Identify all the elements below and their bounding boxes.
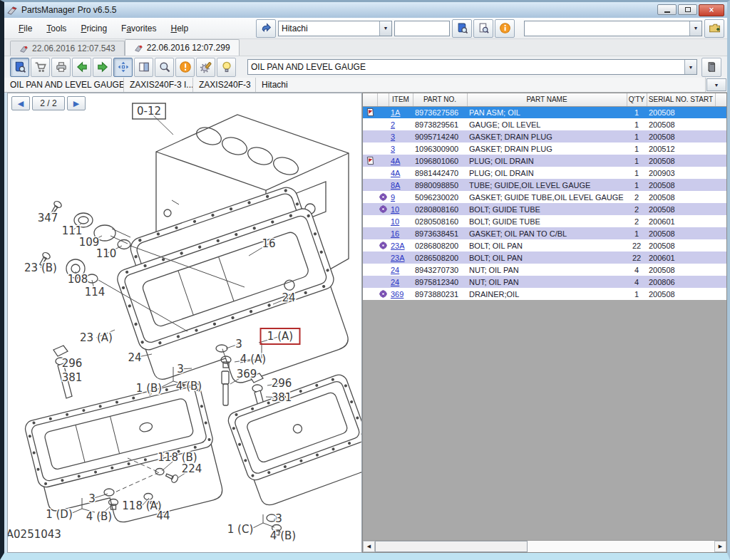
breadcrumb-cell[interactable]: ZAXIS240F-3 <box>193 78 256 92</box>
diagram-label[interactable]: 118 (A) <box>122 499 161 512</box>
menu-tools[interactable]: Tools <box>39 21 73 36</box>
scroll-track[interactable] <box>375 541 714 552</box>
diagram-label[interactable]: 0-12 <box>137 105 161 118</box>
table-row[interactable]: 100280508160BOLT; GUIDE TUBE2200601 <box>363 215 726 227</box>
table-row[interactable]: 23A0286508200BOLT; OIL PAN22200601 <box>363 252 726 264</box>
item-link[interactable]: 4A <box>391 157 400 165</box>
diagram-label[interactable]: 296 <box>62 357 83 370</box>
item-link[interactable]: 23A <box>391 254 405 262</box>
diagram-label[interactable]: 3 <box>177 363 184 375</box>
preview-search-button[interactable] <box>473 19 493 38</box>
folder-add-button[interactable] <box>704 19 724 38</box>
next-page-button[interactable]: ▶ <box>67 96 86 110</box>
table-row[interactable]: 3698973880231DRAINER;OIL1200508 <box>363 288 726 300</box>
item-link[interactable]: 24 <box>391 266 399 274</box>
column-header[interactable]: Q'TY <box>627 93 647 106</box>
column-header[interactable]: PART NO. <box>413 93 467 106</box>
menu-favorites[interactable]: Favorites <box>114 21 163 36</box>
item-link[interactable]: 2 <box>391 120 395 129</box>
diagram-label[interactable]: 4 (B) <box>86 510 112 523</box>
alert-button[interactable] <box>175 58 195 77</box>
cart-button[interactable] <box>31 58 50 77</box>
table-row[interactable]: 23A0286808200BOLT; OIL PAN22200508 <box>363 239 726 252</box>
zoom-doc-button[interactable] <box>155 58 174 77</box>
bulb-button[interactable] <box>217 58 236 77</box>
diagram-label[interactable]: 3 <box>275 512 282 525</box>
diagram-label[interactable]: 347 <box>38 212 58 224</box>
table-row[interactable]: 4A8981442470PLUG; OIL DRAIN1200903 <box>363 167 726 179</box>
table-row[interactable]: 1A8973627586PAN ASM; OIL1200508 <box>363 106 726 118</box>
minimize-button[interactable] <box>657 4 677 15</box>
table-row[interactable]: 4A1096801060PLUG; OIL DRAIN1200508 <box>363 155 726 167</box>
fit-view-button[interactable] <box>113 58 133 77</box>
diagram-label[interactable]: 3 <box>88 492 96 505</box>
catalog-back-button[interactable] <box>256 19 276 38</box>
diagram-label[interactable]: 1 (C) <box>227 523 254 536</box>
page-indicator[interactable]: 2 / 2 <box>32 96 65 110</box>
breadcrumb-cell[interactable]: Hitachi <box>256 78 706 92</box>
item-link[interactable]: 9 <box>391 193 395 202</box>
diagram-label[interactable]: 381 <box>272 391 292 404</box>
diagram-label[interactable]: 110 <box>96 247 117 260</box>
item-link[interactable]: 3 <box>391 145 395 153</box>
diagram-label[interactable]: 224 <box>182 462 202 475</box>
info-button[interactable] <box>495 19 515 38</box>
diagram-label[interactable]: 4 (A) <box>240 353 266 365</box>
table-row[interactable]: 28973829561GAUGE; OIL LEVEL1200508 <box>363 118 726 130</box>
diagram-label[interactable]: 296 <box>272 377 292 390</box>
parts-diagram[interactable]: 0-1234711110911023 (B)108114162423 (A)24… <box>8 93 361 552</box>
table-row[interactable]: 248943270730NUT; OIL PAN4200508 <box>363 264 726 276</box>
item-link[interactable]: 8A <box>391 181 400 190</box>
breadcrumb-dropdown-button[interactable]: ▼ <box>706 78 726 91</box>
section-select[interactable]: OIL PAN AND LEVEL GAUGE ▼ <box>247 59 697 75</box>
diagram-label[interactable]: 1 (D) <box>46 508 73 521</box>
diagram-label[interactable]: 44 <box>156 509 170 522</box>
prev-page-button[interactable]: ◀ <box>11 96 30 110</box>
table-row[interactable]: 168973638451GASKET; OIL PAN TO C/BL12005… <box>363 227 726 239</box>
model-select[interactable]: ▼ <box>524 21 702 36</box>
diagram-label[interactable]: 24 <box>282 291 295 304</box>
table-row[interactable]: 248975812340NUT; OIL PAN4200806 <box>363 276 726 288</box>
diagram-label[interactable]: 1 (B) <box>136 382 162 395</box>
item-link[interactable]: 10 <box>391 205 399 214</box>
nav-forward-button[interactable] <box>93 58 112 77</box>
diagram-label[interactable]: 24 <box>128 351 141 364</box>
toggle-panel-button[interactable] <box>134 58 153 77</box>
item-link[interactable]: 1A <box>391 108 400 117</box>
gear-edit-button[interactable] <box>196 58 215 77</box>
diagram-label[interactable]: 1 (A) <box>267 330 293 343</box>
diagram-label[interactable]: 23 (B) <box>24 261 57 274</box>
scroll-thumb[interactable] <box>375 541 528 552</box>
parts-search-button[interactable] <box>10 58 29 77</box>
item-link[interactable]: 10 <box>391 217 399 226</box>
manufacturer-select[interactable]: Hitachi ▼ <box>278 21 392 36</box>
item-link[interactable]: 16 <box>391 229 399 238</box>
diagram-label[interactable]: 369 <box>237 368 257 380</box>
diagram-label[interactable]: 4 (B) <box>270 529 296 542</box>
scroll-right-button[interactable]: ▶ <box>714 541 726 552</box>
menu-file[interactable]: File <box>11 21 39 36</box>
menu-help[interactable]: Help <box>163 21 195 36</box>
diagram-label[interactable]: 4 (B) <box>176 380 202 393</box>
scroll-left-button[interactable]: ◀ <box>363 541 375 552</box>
diagram-label[interactable]: 013A0251043 <box>8 528 61 541</box>
document-tab[interactable]: 22.06.2016 12:07.543 <box>10 41 125 56</box>
column-header[interactable]: SERIAL NO. START <box>647 93 715 106</box>
nav-back-button[interactable] <box>72 58 91 77</box>
book-button[interactable] <box>701 58 721 77</box>
breadcrumb-cell[interactable]: OIL PAN AND LEVEL GAUGE <box>4 78 124 92</box>
menu-pricing[interactable]: Pricing <box>73 21 114 36</box>
breadcrumb-cell[interactable]: ZAXIS240F-3 I... <box>124 78 193 92</box>
horizontal-scrollbar[interactable]: ◀ ▶ <box>363 540 726 552</box>
table-row[interactable]: 100280808160BOLT; GUIDE TUBE2200508 <box>363 203 726 215</box>
diagram-label[interactable]: 3 <box>235 338 242 351</box>
catalog-search-button[interactable] <box>452 19 472 38</box>
table-row[interactable]: 39095714240GASKET; DRAIN PLUG1200508 <box>363 130 726 142</box>
item-link[interactable]: 369 <box>391 290 403 299</box>
quick-search-input[interactable] <box>394 21 450 36</box>
close-button[interactable]: × <box>699 4 724 16</box>
document-tab[interactable]: 22.06.2016 12:07.299 <box>125 39 240 56</box>
item-link[interactable]: 24 <box>391 278 399 286</box>
diagram-label[interactable]: 114 <box>85 286 106 299</box>
table-row[interactable]: 8A8980098850TUBE; GUIDE,OIL LEVEL GAUGE1… <box>363 179 726 191</box>
